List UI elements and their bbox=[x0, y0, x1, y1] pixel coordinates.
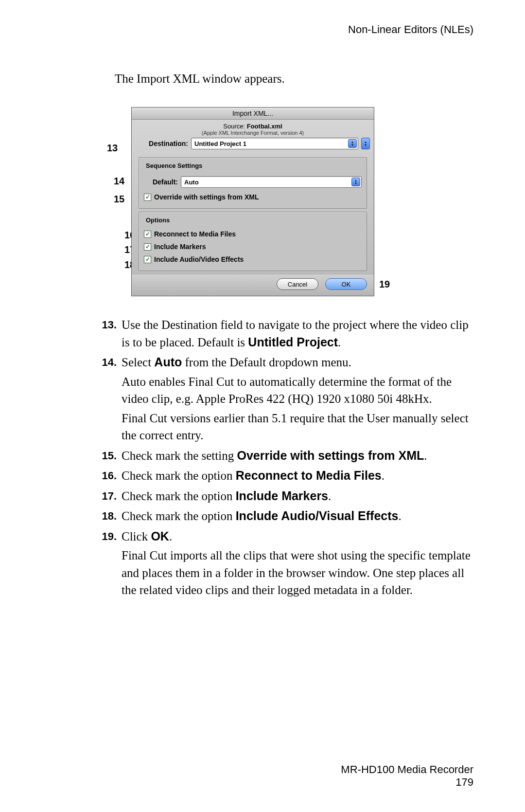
override-checkbox[interactable]: ✓ bbox=[144, 194, 151, 201]
default-label: Default: bbox=[144, 178, 178, 186]
step-item: 15.Check mark the setting Override with … bbox=[97, 447, 472, 465]
step-number: 16. bbox=[97, 467, 122, 485]
page-footer: MR-HD100 Media Recorder 179 bbox=[341, 763, 473, 789]
destination-label: Destination: bbox=[136, 140, 188, 147]
step-body: Check mark the option Include Audio/Visu… bbox=[122, 507, 472, 525]
step-item: 13.Use the Destination field to navigate… bbox=[97, 316, 472, 351]
footer-page-number: 179 bbox=[341, 776, 473, 789]
sequence-settings-legend: Sequence Settings bbox=[144, 162, 204, 169]
callout-14: 14 bbox=[114, 176, 124, 187]
step-bold-text: OK bbox=[151, 529, 169, 543]
override-label: Override with settings from XML bbox=[154, 193, 259, 201]
step-number: 17. bbox=[97, 487, 122, 505]
default-dropdown[interactable]: Auto ▲▼ bbox=[181, 176, 362, 188]
step-body: Use the Destination field to navigate to… bbox=[122, 316, 472, 351]
ok-button[interactable]: OK bbox=[325, 278, 367, 290]
effects-label: Include Audio/Video Effects bbox=[154, 255, 244, 263]
step-item: 17.Check mark the option Include Markers… bbox=[97, 487, 472, 505]
options-group: Options ✓ Reconnect to Media Files ✓ Inc… bbox=[139, 212, 367, 271]
step-bold-text: Reconnect to Media Files bbox=[236, 469, 382, 482]
callout-15: 15 bbox=[114, 194, 124, 205]
import-xml-dialog: Import XML... Source: Footbal.xml (Apple… bbox=[131, 107, 374, 296]
step-body: Check mark the option Reconnect to Media… bbox=[122, 467, 472, 485]
step-text: Check mark the option bbox=[122, 469, 236, 482]
step-bold-text: Override with settings from XML bbox=[237, 449, 424, 462]
step-bold-text: Include Audio/Visual Effects bbox=[236, 509, 399, 523]
step-body: Select Auto from the Default dropdown me… bbox=[122, 354, 472, 444]
step-item: 18.Check mark the option Include Audio/V… bbox=[97, 507, 472, 525]
source-format: (Apple XML Interchange Format, version 4… bbox=[132, 130, 374, 136]
step-text: Check mark the setting bbox=[122, 449, 237, 462]
step-extra-paragraph: Final Cut versions earlier than 5.1 requ… bbox=[122, 410, 472, 444]
updown-arrows-icon[interactable]: ▲▼ bbox=[361, 138, 370, 149]
step-number: 13. bbox=[97, 316, 122, 351]
dialog-button-row: Cancel OK bbox=[132, 274, 374, 296]
step-item: 16.Check mark the option Reconnect to Me… bbox=[97, 467, 472, 485]
step-item: 19.Click OK.Final Cut imports all the cl… bbox=[97, 528, 472, 599]
step-item: 14.Select Auto from the Default dropdown… bbox=[97, 354, 472, 444]
destination-value: Untitled Project 1 bbox=[194, 140, 246, 147]
step-number: 15. bbox=[97, 447, 122, 465]
cancel-button[interactable]: Cancel bbox=[277, 278, 318, 290]
default-value: Auto bbox=[184, 179, 199, 186]
options-legend: Options bbox=[144, 217, 172, 224]
step-extra-paragraph: Final Cut imports all the clips that wer… bbox=[122, 547, 472, 599]
footer-product: MR-HD100 Media Recorder bbox=[341, 763, 473, 776]
step-text: Select bbox=[122, 356, 154, 369]
source-value: Footbal.xml bbox=[247, 123, 282, 130]
steps-list: 13.Use the Destination field to navigate… bbox=[97, 316, 472, 602]
markers-checkbox[interactable]: ✓ bbox=[144, 243, 151, 251]
source-label: Source: bbox=[223, 123, 245, 130]
reconnect-label: Reconnect to Media Files bbox=[154, 230, 236, 238]
step-number: 19. bbox=[97, 528, 122, 599]
step-extra-paragraph: Auto enables Final Cut to automatically … bbox=[122, 373, 472, 408]
step-text: . bbox=[398, 509, 401, 523]
step-number: 18. bbox=[97, 507, 122, 525]
step-body: Click OK.Final Cut imports all the clips… bbox=[122, 528, 472, 599]
step-bold-text: Untitled Project bbox=[248, 335, 338, 349]
callout-13: 13 bbox=[107, 143, 118, 154]
step-bold-text: Include Markers bbox=[236, 489, 328, 503]
reconnect-checkbox[interactable]: ✓ bbox=[144, 231, 151, 238]
page-header: Non-Linear Editors (NLEs) bbox=[348, 23, 473, 36]
step-text: . bbox=[169, 530, 172, 543]
step-body: Check mark the setting Override with set… bbox=[122, 447, 472, 465]
effects-checkbox[interactable]: ✓ bbox=[144, 256, 151, 263]
source-row: Source: Footbal.xml bbox=[132, 120, 374, 130]
intro-text: The Import XML window appears. bbox=[115, 72, 285, 86]
step-text: . bbox=[338, 336, 341, 349]
step-number: 14. bbox=[97, 354, 122, 444]
sequence-settings-group: Sequence Settings Default: Auto ▲▼ ✓ Ove… bbox=[139, 157, 367, 209]
callout-19: 19 bbox=[379, 279, 390, 290]
step-text: . bbox=[328, 489, 331, 503]
step-text: Check mark the option bbox=[122, 509, 236, 523]
step-text: Check mark the option bbox=[122, 489, 236, 503]
step-text: . bbox=[382, 469, 385, 482]
step-bold-text: Auto bbox=[154, 355, 182, 369]
updown-arrows-icon: ▲▼ bbox=[351, 178, 360, 186]
updown-arrows-icon: ▲▼ bbox=[348, 139, 357, 148]
step-text: Click bbox=[122, 530, 151, 543]
step-text: . bbox=[424, 449, 427, 462]
dialog-title: Import XML... bbox=[132, 108, 374, 120]
markers-label: Include Markers bbox=[154, 243, 206, 251]
step-body: Check mark the option Include Markers. bbox=[122, 487, 472, 505]
destination-dropdown[interactable]: Untitled Project 1 ▲▼ bbox=[191, 138, 358, 149]
step-text: from the Default dropdown menu. bbox=[182, 356, 351, 369]
